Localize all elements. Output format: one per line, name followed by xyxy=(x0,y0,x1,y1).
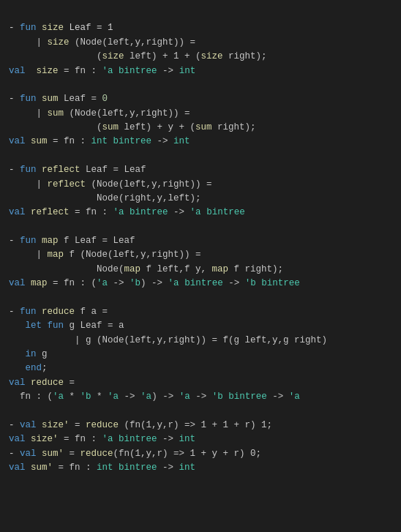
int6: int xyxy=(179,462,196,473)
sum-prime-decl: sum' xyxy=(37,449,64,459)
line-19: | g (Node(left,y,right)) = f(g left,y,g … xyxy=(9,335,327,345)
fn-reflect: reflect xyxy=(42,165,80,175)
fun-kw2: fun xyxy=(20,94,42,104)
val-kw2: val xyxy=(9,136,26,146)
sum-ref: sum xyxy=(48,108,64,119)
line-21: end; xyxy=(9,363,48,373)
sum-val: sum xyxy=(26,136,48,146)
line-3: (size left) + 1 + (size right); xyxy=(9,51,267,61)
size-ref2: size xyxy=(102,51,124,61)
line-4: val size = fn : 'a bintree -> int xyxy=(9,66,195,76)
tick13: 'b xyxy=(212,391,223,402)
dash-op: - xyxy=(9,23,20,33)
line-25: val size' = fn : 'a bintree -> int xyxy=(9,434,195,444)
tick1: 'a xyxy=(102,66,113,76)
map-ref3: map xyxy=(212,264,229,274)
val-kw7: val xyxy=(9,434,26,444)
in-kw: in xyxy=(26,349,37,359)
reflect-ref: reflect xyxy=(48,179,86,190)
tick15: 'a xyxy=(102,434,113,444)
line-8: val sum = fn : int bintree -> int xyxy=(9,136,190,146)
bintree3: bintree xyxy=(130,207,168,217)
size-prime-val: size' xyxy=(26,434,59,444)
bintree8: bintree xyxy=(119,434,157,444)
fun-kw3: fun xyxy=(20,165,42,175)
tick8: 'a xyxy=(53,391,64,402)
line-24: - val size' = reduce (fn(1,y,r) => 1 + 1… xyxy=(9,420,272,430)
fn-size: size xyxy=(42,23,64,33)
line-6: | sum (Node(left,y,right)) = xyxy=(9,108,190,119)
dash-op6: - xyxy=(9,420,20,430)
line-16: val map = fn : ('a -> 'b) -> 'a bintree … xyxy=(9,278,300,288)
reduce-ref: reduce xyxy=(86,420,119,430)
bintree2: bintree xyxy=(113,136,152,146)
line-9: - fun reflect Leaf = Leaf xyxy=(9,165,146,175)
int5: int xyxy=(97,462,113,473)
end-kw: end xyxy=(26,363,42,373)
map-ref: map xyxy=(48,250,64,260)
line-1: - fun size Leaf = 1 xyxy=(9,23,113,33)
line-5: - fun sum Leaf = 0 xyxy=(9,94,108,104)
line-23: fn : ('a * 'b * 'a -> 'a) -> 'a -> 'b bi… xyxy=(9,391,300,402)
line-14: | map f (Node(left,y,right)) = xyxy=(9,250,201,260)
tick4: 'a xyxy=(97,278,108,288)
val-kw1: val xyxy=(9,66,26,76)
line-22: val reduce = xyxy=(9,378,75,388)
size-val: size xyxy=(31,66,59,76)
line-7: (sum left) + y + (sum right); xyxy=(9,122,256,132)
line-2: | size (Node(left,y,right)) = xyxy=(9,37,195,48)
dash-op5: - xyxy=(9,307,20,317)
fun-kw5: fun xyxy=(20,307,42,317)
tick5: 'b xyxy=(130,278,140,288)
reduce-val: reduce xyxy=(26,378,64,388)
fn-reduce: reduce xyxy=(42,307,75,317)
tick3: 'a xyxy=(190,207,201,217)
line-12: val reflect = fn : 'a bintree -> 'a bint… xyxy=(9,207,245,217)
val-kw9: val xyxy=(9,462,26,473)
bintree1: bintree xyxy=(119,66,157,76)
line-27: val sum' = fn : int bintree -> int xyxy=(9,462,195,473)
tick12: 'a xyxy=(179,391,190,402)
tick6: 'a xyxy=(168,278,179,288)
fun-kw: fun xyxy=(20,23,42,33)
size-body: Leaf = 1 xyxy=(64,23,113,33)
bintree9: bintree xyxy=(119,462,157,473)
sum-ref2: sum xyxy=(102,122,119,132)
dash-op3: - xyxy=(9,165,20,175)
zero: 0 xyxy=(102,94,108,104)
int3: int xyxy=(173,136,190,146)
bintree5: bintree xyxy=(184,278,223,288)
line-10: | reflect (Node(left,y,right)) = xyxy=(9,179,212,190)
fun-kw4: fun xyxy=(20,236,42,246)
fn-map: map xyxy=(42,236,59,246)
size-prime-decl: size' xyxy=(37,420,70,430)
line-26: - val sum' = reduce(fn(1,y,r) => 1 + y +… xyxy=(9,449,261,459)
fun-kw6: fun xyxy=(48,321,64,331)
code-display: - fun size Leaf = 1 | size (Node(left,y,… xyxy=(9,7,392,490)
int4: int xyxy=(179,434,196,444)
sum-prime-val: sum' xyxy=(26,462,53,473)
reduce-ref2: reduce xyxy=(80,449,113,459)
map-val: map xyxy=(26,278,48,288)
dash-op7: - xyxy=(9,449,20,459)
val-kw4: val xyxy=(9,278,26,288)
line-15: Node(map f left,f y, map f right); xyxy=(9,264,283,274)
val-kw3: val xyxy=(9,207,26,217)
line-18: let fun g Leaf = a xyxy=(9,321,124,331)
sum-ref3: sum xyxy=(195,122,212,132)
val-kw8: val xyxy=(20,449,37,459)
val-kw6: val xyxy=(20,420,37,430)
map-ref2: map xyxy=(124,264,141,274)
dash-op2: - xyxy=(9,94,20,104)
line-17: - fun reduce f a = xyxy=(9,307,108,317)
line-13: - fun map f Leaf = Leaf xyxy=(9,236,135,246)
let-kw: let xyxy=(26,321,42,331)
dash-op4: - xyxy=(9,236,20,246)
tick11: 'a xyxy=(140,391,151,402)
line-11: Node(right,y,left); xyxy=(9,193,201,203)
line-20: in g xyxy=(9,349,48,359)
int2: int xyxy=(91,136,108,146)
size-ref: size xyxy=(48,37,70,48)
int1: int xyxy=(179,66,196,76)
tick2: 'a xyxy=(113,207,124,217)
